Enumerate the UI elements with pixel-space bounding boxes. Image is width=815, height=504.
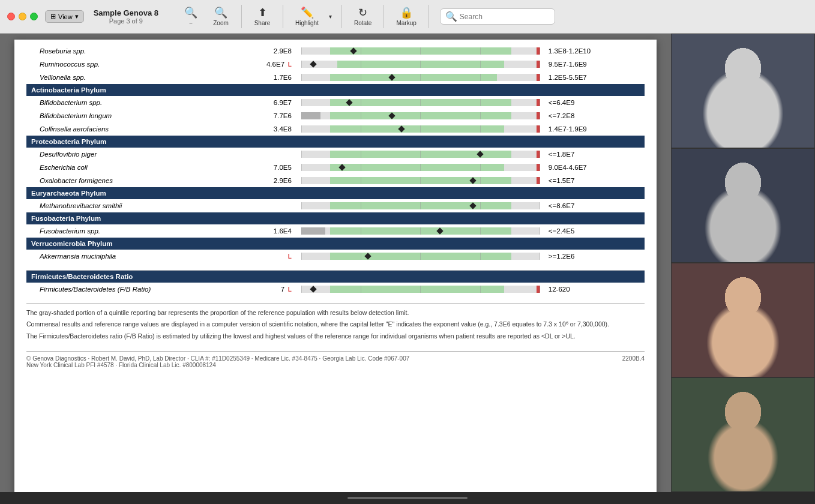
organism-value: 2.9E8 — [241, 44, 298, 58]
organism-range: 9.0E4-4.6E7 — [544, 161, 645, 174]
organism-bar — [298, 58, 544, 71]
footnote-2: Commensal results and reference range va… — [26, 320, 645, 329]
table-row: Akkermansia muciniphila L >=1.2E6 — [26, 250, 645, 263]
table-row: Roseburia spp. 2.9E8 1.3E8-1.2E10 — [26, 44, 645, 58]
separator-row — [26, 263, 645, 270]
table-row: Bifidobacterium spp. 6.9E7 <=6.4E9 — [26, 96, 645, 109]
organism-value: 7 L — [241, 283, 298, 296]
zoom-out-icon: 🔍 — [184, 7, 197, 20]
organism-name: Oxalobacter formigenes — [26, 174, 241, 187]
organism-bar — [298, 250, 544, 263]
person-1-video — [672, 34, 814, 148]
section-header-row: Actinobacteria Phylum — [26, 84, 645, 96]
organism-name: Akkermansia muciniphila — [26, 250, 241, 263]
organism-range: <=1.5E7 — [544, 174, 645, 187]
low-marker: L — [288, 253, 292, 260]
organism-name: Desulfovibrio piger — [26, 148, 241, 161]
organism-value: 3.4E8 — [241, 122, 298, 136]
organism-value — [241, 199, 298, 212]
organism-name: Veillonella spp. — [26, 71, 241, 84]
organism-bar — [298, 44, 544, 58]
share-group: ⬆ Share — [242, 5, 283, 29]
doc-title: Sample Genova 8 — [94, 8, 158, 17]
organism-bar — [298, 96, 544, 109]
low-marker: L — [286, 61, 292, 68]
footnote-3: The Firmicutes/Bacteroidetes ratio (F/B … — [26, 332, 645, 341]
video-tile-1 — [671, 34, 815, 148]
data-table: Roseburia spp. 2.9E8 1.3E8-1.2E10 Rumino… — [26, 44, 645, 296]
section-header-row: Fusobacteria Phylum — [26, 212, 645, 224]
organism-name: Firmicutes/Bacteroidetes (F/B Ratio) — [26, 283, 241, 296]
highlight-button[interactable]: ✏️ Highlight — [289, 5, 325, 29]
organism-range: <=8.6E7 — [544, 199, 645, 212]
organism-value: 6.9E7 — [241, 96, 298, 109]
rotate-button[interactable]: ↻ Rotate — [348, 5, 377, 29]
footer-left: © Genova Diagnostics · Robert M. David, … — [26, 355, 409, 368]
scroll-indicator — [347, 497, 468, 499]
pdf-viewer: Roseburia spp. 2.9E8 1.3E8-1.2E10 Rumino… — [0, 34, 671, 492]
highlight-arrow-button[interactable]: ▾ — [326, 11, 335, 22]
organism-name: Roseburia spp. — [26, 44, 241, 58]
rotate-icon: ↻ — [358, 7, 367, 20]
markup-group: 🔒 Markup — [384, 5, 429, 29]
view-button[interactable]: ⊞ View ▾ — [45, 10, 84, 23]
section-header-label: Firmicutes/Bacteroidetes Ratio — [26, 270, 645, 283]
organism-name: Methanobrevibacter smithii — [26, 199, 241, 212]
doc-subtitle: Page 3 of 9 — [94, 17, 158, 25]
organism-name: Ruminococcus spp. — [26, 58, 241, 71]
organism-range: <=7.2E8 — [544, 109, 645, 122]
section-header-label: Euryarchaeota Phylum — [26, 187, 645, 199]
organism-range: >=1.2E6 — [544, 250, 645, 263]
organism-value: 1.7E6 — [241, 71, 298, 84]
organism-range: <=6.4E9 — [544, 96, 645, 109]
organism-name: Collinsella aerofaciens — [26, 122, 241, 136]
table-row: Bifidobacterium longum 7.7E6 <=7.2E8 — [26, 109, 645, 122]
section-header-label: Verrucomicrobia Phylum — [26, 238, 645, 250]
section-header-label: Fusobacteria Phylum — [26, 212, 645, 224]
share-icon: ⬆ — [258, 7, 267, 20]
share-button[interactable]: ⬆ Share — [248, 5, 277, 29]
rotate-group: ↻ Rotate — [342, 5, 384, 29]
organism-range: <=2.4E5 — [544, 224, 645, 238]
top-bar: ⊞ View ▾ Sample Genova 8 Page 3 of 9 🔍 −… — [0, 0, 815, 34]
organism-bar — [298, 224, 544, 238]
main-area: Roseburia spp. 2.9E8 1.3E8-1.2E10 Rumino… — [0, 34, 815, 492]
organism-name: Escherichia coli — [26, 161, 241, 174]
organism-name: Bifidobacterium longum — [26, 109, 241, 122]
pdf-page: Roseburia spp. 2.9E8 1.3E8-1.2E10 Rumino… — [14, 40, 657, 492]
zoom-group: 🔍 − 🔍 Zoom — [170, 5, 242, 29]
table-row: Methanobrevibacter smithii <=8.6E7 — [26, 199, 645, 212]
organism-range: 1.3E8-1.2E10 — [544, 44, 645, 58]
zoom-out-button[interactable]: 🔍 − — [176, 5, 205, 29]
close-button[interactable] — [7, 13, 15, 20]
section-header-row: Euryarchaeota Phylum — [26, 187, 645, 199]
organism-bar — [298, 174, 544, 187]
table-row: Ruminococcus spp. 4.6E7 L 9.5E7-1.6E9 — [26, 58, 645, 71]
zoom-in-button[interactable]: 🔍 Zoom — [206, 5, 235, 29]
markup-icon: 🔒 — [400, 7, 413, 20]
organism-bar — [298, 122, 544, 136]
organism-value: L — [241, 250, 298, 263]
video-tile-2 — [671, 148, 815, 263]
video-tile-4 — [671, 377, 815, 492]
section-header-label: Proteobacteria Phylum — [26, 136, 645, 148]
search-input[interactable] — [460, 13, 550, 21]
person-2-video — [672, 149, 814, 262]
organism-bar — [298, 199, 544, 212]
person-4-video — [672, 378, 814, 491]
organism-value — [241, 148, 298, 161]
footer: © Genova Diagnostics · Robert M. David, … — [26, 351, 645, 368]
traffic-lights — [7, 13, 38, 20]
video-sidebar — [671, 34, 815, 492]
video-tile-3 — [671, 263, 815, 377]
organism-value: 1.6E4 — [241, 224, 298, 238]
markup-button[interactable]: 🔒 Markup — [390, 5, 422, 29]
organism-bar — [298, 161, 544, 174]
minimize-button[interactable] — [19, 13, 26, 20]
table-row: Oxalobacter formigenes 2.9E6 <=1.5E7 — [26, 174, 645, 187]
search-bar[interactable]: 🔍 — [440, 8, 555, 25]
maximize-button[interactable] — [30, 13, 38, 20]
table-row: Firmicutes/Bacteroidetes (F/B Ratio) 7 L… — [26, 283, 645, 296]
organism-name: Fusobacterium spp. — [26, 224, 241, 238]
chevron-down-icon: ▾ — [329, 13, 332, 20]
